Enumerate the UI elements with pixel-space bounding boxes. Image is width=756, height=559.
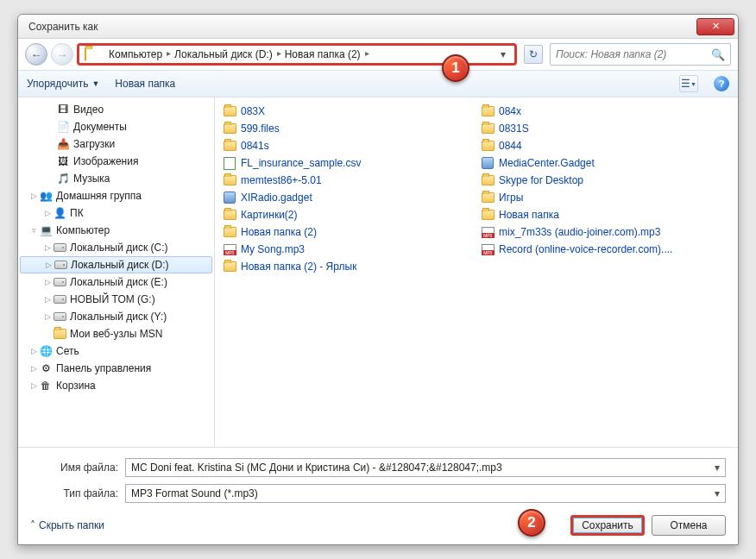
file-item[interactable]: Record (online-voice-recorder.com).... — [476, 241, 734, 258]
expand-icon[interactable]: ▷ — [42, 278, 53, 286]
drive-icon — [53, 241, 66, 254]
tree-documents[interactable]: 📄Документы — [18, 118, 214, 135]
file-name: Новая папка (2) — [241, 226, 317, 238]
crumb-folder[interactable]: Новая папка (2) — [278, 48, 366, 60]
filetype-select[interactable]: MP3 Format Sound (*.mp3) ▾ — [125, 484, 726, 503]
file-name: Картинки(2) — [241, 209, 298, 221]
folder-icon — [222, 225, 237, 239]
music-icon: 🎵 — [56, 172, 70, 185]
file-item[interactable]: MediaCenter.Gadget — [476, 154, 734, 172]
tree-drive-d[interactable]: ▷Локальный диск (D:) — [20, 256, 212, 273]
chevron-down-icon: ▼ — [91, 79, 99, 88]
file-item[interactable]: Игры — [476, 189, 734, 206]
file-name: FL_insurance_sample.csv — [241, 157, 361, 169]
expand-icon[interactable]: ▷ — [42, 312, 53, 321]
expand-icon[interactable]: ▷ — [42, 209, 53, 217]
file-item[interactable]: 599.files — [218, 120, 476, 137]
arrow-left-icon: ← — [31, 48, 42, 61]
collapse-icon[interactable]: ▿ — [28, 226, 39, 235]
file-item[interactable]: FL_insurance_sample.csv — [218, 154, 476, 172]
expand-icon[interactable]: ▷ — [28, 364, 39, 373]
forward-button[interactable]: → — [51, 43, 73, 66]
file-item[interactable]: Новая папка (2) - Ярлык — [218, 258, 476, 275]
tree-drive-c[interactable]: ▷Локальный диск (C:) — [18, 239, 214, 256]
close-button[interactable]: ✕ — [696, 18, 734, 35]
save-button[interactable]: Сохранить — [570, 515, 645, 536]
file-item[interactable]: Новая папка (2) — [218, 223, 476, 241]
tree-computer[interactable]: ▿💻Компьютер — [18, 222, 214, 239]
file-item[interactable]: My Song.mp3 — [218, 241, 476, 258]
mp3-icon — [480, 225, 495, 239]
drive-icon — [54, 258, 67, 272]
bottom-panel: Имя файла: MC Doni feat. Kristina Si (МС… — [18, 447, 738, 544]
tree-msn[interactable]: Мои веб-узлы MSN — [18, 325, 214, 342]
new-folder-button[interactable]: Новая папка — [115, 78, 175, 90]
tree-recycle[interactable]: ▷🗑Корзина — [18, 377, 214, 394]
filename-dropdown[interactable]: ▾ — [715, 462, 720, 474]
download-icon: 📥 — [56, 137, 70, 151]
user-icon: 👤 — [53, 206, 66, 220]
filetype-dropdown[interactable]: ▾ — [715, 487, 720, 499]
expand-icon[interactable]: ▷ — [28, 381, 39, 390]
tree-drive-y[interactable]: ▷Локальный диск (Y:) — [18, 308, 214, 325]
search-icon: 🔍 — [711, 48, 725, 61]
mp3-icon — [222, 242, 237, 256]
crumb-drive-d[interactable]: Локальный диск (D:) — [167, 48, 278, 60]
refresh-icon: ↻ — [529, 48, 538, 60]
file-name: Игры — [499, 192, 523, 204]
file-item[interactable]: 083X — [218, 103, 476, 120]
folder-icon — [480, 173, 495, 187]
refresh-button[interactable]: ↻ — [524, 45, 543, 64]
file-name: 084x — [499, 105, 521, 117]
file-item[interactable]: 0844 — [476, 137, 734, 154]
nav-tree[interactable]: 🎞Видео 📄Документы 📥Загрузки 🖼Изображения… — [18, 97, 215, 447]
file-item[interactable]: Новая папка — [476, 206, 734, 223]
tree-homegroup[interactable]: ▷👥Домашняя группа — [18, 187, 214, 204]
expand-icon[interactable]: ▷ — [42, 243, 53, 252]
file-name: XIRadio.gadget — [241, 192, 312, 204]
file-name: 0841s — [241, 140, 269, 152]
file-name: 083X — [241, 105, 265, 117]
expand-icon[interactable]: ▷ — [42, 295, 53, 304]
breadcrumb-dropdown[interactable]: ▾ — [494, 48, 513, 60]
expand-icon[interactable]: ▷ — [43, 261, 54, 269]
crumb-computer[interactable]: Компьютер — [102, 48, 167, 60]
view-options-button[interactable]: ☰ ▼ — [679, 75, 698, 92]
expand-icon[interactable]: ▷ — [28, 192, 39, 200]
cancel-button[interactable]: Отмена — [652, 515, 726, 536]
help-icon: ? — [719, 79, 725, 89]
hide-folders-link[interactable]: ˄ Скрыть папки — [30, 519, 104, 531]
tree-drive-e[interactable]: ▷Локальный диск (E:) — [18, 273, 214, 291]
file-list[interactable]: 083X599.files0841sFL_insurance_sample.cs… — [215, 97, 738, 447]
file-name: 599.files — [241, 122, 280, 135]
network-icon: 🌐 — [39, 344, 53, 358]
folder-icon — [222, 173, 237, 187]
tree-drive-g[interactable]: ▷НОВЫЙ ТОМ (G:) — [18, 291, 214, 308]
back-button[interactable]: ← — [25, 43, 47, 66]
file-item[interactable]: 084x — [476, 103, 734, 120]
tree-music[interactable]: 🎵Музыка — [18, 170, 214, 187]
tree-video[interactable]: 🎞Видео — [18, 101, 214, 118]
file-item[interactable]: XIRadio.gadget — [218, 189, 476, 206]
annotation-badge-2: 2 — [518, 509, 545, 537]
tree-pictures[interactable]: 🖼Изображения — [18, 153, 214, 170]
file-item[interactable]: 0831S — [476, 120, 734, 137]
search-input[interactable] — [556, 48, 706, 60]
file-item[interactable]: Skype for Desktop — [476, 172, 734, 189]
search-box[interactable]: 🔍 — [550, 43, 731, 66]
file-item[interactable]: Картинки(2) — [218, 206, 476, 223]
file-item[interactable]: mix_7m33s (audio-joiner.com).mp3 — [476, 223, 734, 241]
expand-icon[interactable]: ▷ — [28, 347, 39, 355]
filename-input[interactable]: MC Doni feat. Kristina Si (МС Дони и Кри… — [125, 458, 726, 477]
control-panel-icon: ⚙ — [39, 361, 53, 375]
folder-icon — [53, 327, 66, 341]
help-button[interactable]: ? — [714, 76, 729, 91]
tree-control-panel[interactable]: ▷⚙Панель управления — [18, 360, 214, 377]
organize-button[interactable]: Упорядочить ▼ — [27, 78, 99, 90]
tree-pk[interactable]: ▷👤ПК — [18, 204, 214, 222]
tree-network[interactable]: ▷🌐Сеть — [18, 342, 214, 360]
tree-downloads[interactable]: 📥Загрузки — [18, 135, 214, 153]
file-item[interactable]: memtest86+-5.01 — [218, 172, 476, 189]
file-name: Skype for Desktop — [499, 174, 583, 186]
file-item[interactable]: 0841s — [218, 137, 476, 154]
